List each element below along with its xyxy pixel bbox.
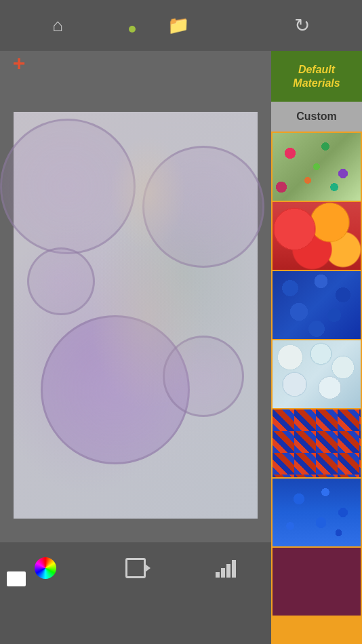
sidebar-header: Default Materials — [271, 51, 362, 102]
plus-button[interactable]: + — [7, 51, 31, 75]
home-icon: ⌂ — [52, 15, 63, 36]
artwork — [14, 112, 258, 519]
transfer-button[interactable] — [122, 555, 149, 582]
material-item-circles[interactable] — [273, 340, 361, 408]
small-square-thumbnail[interactable] — [7, 571, 26, 586]
canvas-area[interactable] — [0, 51, 271, 593]
bar-1 — [216, 572, 220, 578]
material-item-mosaic[interactable] — [273, 409, 361, 477]
bars-icon — [216, 559, 236, 578]
sidebar: Default Materials Custom — [271, 51, 362, 644]
folder-button[interactable]: 📁 — [167, 15, 189, 36]
main-area: Default Materials Custom — [0, 51, 362, 593]
custom-tab[interactable]: Custom — [271, 102, 362, 132]
color-wheel-button[interactable] — [32, 555, 59, 582]
material-item-flowers[interactable] — [273, 133, 361, 201]
color-wheel-icon — [35, 557, 56, 579]
transfer-icon — [125, 558, 146, 578]
folder-icon: 📁 — [167, 15, 189, 36]
material-item-blue-pebbles[interactable] — [273, 479, 361, 546]
adjust-button[interactable] — [212, 555, 239, 582]
bar-4 — [232, 560, 236, 578]
material-item-citrus[interactable] — [273, 202, 361, 270]
undo-icon: ↻ — [294, 14, 310, 37]
bar-3 — [226, 564, 230, 578]
top-toolbar: ⌂ 📁 ↻ — [0, 0, 362, 51]
bar-2 — [221, 568, 225, 578]
bottom-toolbar — [0, 542, 271, 593]
custom-tab-label: Custom — [296, 110, 337, 123]
person-overlay — [14, 112, 258, 519]
dot-indicator — [129, 26, 136, 33]
material-list — [271, 132, 362, 644]
material-item-pink-sparkle[interactable] — [273, 548, 361, 616]
material-item-blue-flowers[interactable] — [273, 271, 361, 339]
home-button[interactable]: ⌂ — [52, 15, 63, 36]
default-materials-label: Default Materials — [275, 63, 359, 89]
undo-button[interactable]: ↻ — [294, 14, 310, 37]
